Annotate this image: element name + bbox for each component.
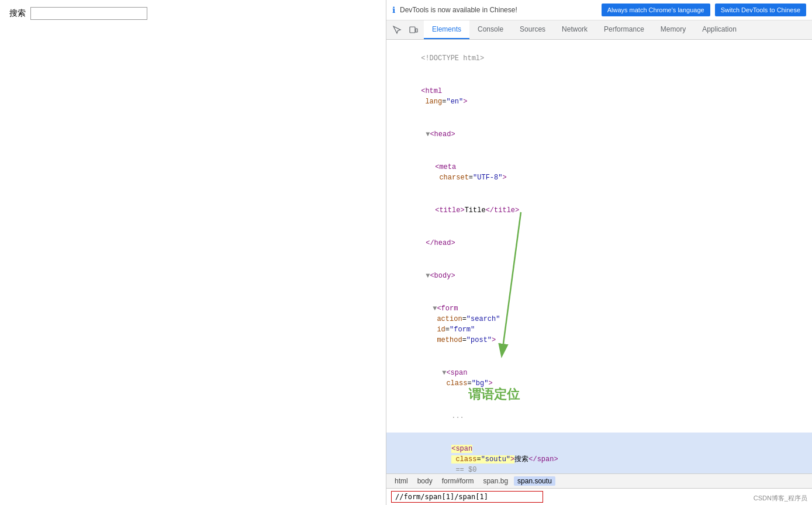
notification-bar: ℹ DevTools is now available in Chinese! … — [386, 0, 812, 20]
search-input[interactable] — [30, 7, 147, 20]
dom-line[interactable]: <meta charset="UTF-8"> — [386, 151, 812, 194]
tab-console[interactable]: Console — [469, 20, 512, 39]
breadcrumb-html[interactable]: html — [391, 476, 412, 486]
inspect-icon[interactable] — [390, 22, 404, 38]
dom-line[interactable]: <title>Title</title> — [386, 194, 812, 227]
page-area: 搜索 — [0, 0, 386, 505]
dom-line[interactable]: ▼<head> — [386, 118, 812, 151]
csdn-watermark: CSDN博客_程序员 — [754, 494, 807, 503]
xpath-bar: CSDN博客_程序员 — [386, 488, 812, 505]
tab-performance[interactable]: Performance — [596, 20, 652, 39]
dom-line[interactable]: ▼<body> — [386, 260, 812, 292]
match-language-button[interactable]: Always match Chrome's language — [602, 4, 710, 16]
breadcrumb-span-bg[interactable]: span.bg — [479, 476, 512, 486]
tab-memory[interactable]: Memory — [652, 20, 694, 39]
search-row: 搜索 — [0, 0, 386, 27]
xpath-input[interactable] — [391, 491, 543, 503]
dom-viewer[interactable]: <!DOCTYPE html> <html lang="en"> ▼<head>… — [386, 40, 812, 473]
dom-line[interactable]: <html lang="en"> — [386, 75, 812, 118]
notification-text: DevTools is now available in Chinese! — [400, 6, 597, 14]
svg-rect-0 — [410, 27, 415, 33]
tabs-bar: Elements Console Sources Network Perform… — [386, 20, 812, 40]
switch-devtools-button[interactable]: Switch DevTools to Chinese — [715, 4, 806, 16]
search-label: 搜索 — [9, 8, 26, 19]
tab-network[interactable]: Network — [554, 20, 596, 39]
dom-line[interactable]: ▼<form action="search" id="form" method=… — [386, 292, 812, 357]
breadcrumb-bar: html body form#form span.bg span.soutu — [386, 473, 812, 488]
dom-line-dots[interactable]: ... — [386, 400, 812, 433]
tab-application[interactable]: Application — [694, 20, 745, 39]
device-toolbar-icon[interactable] — [406, 22, 420, 38]
dom-line[interactable]: ▼<span class="bg"> — [386, 357, 812, 400]
breadcrumb-form[interactable]: form#form — [438, 476, 478, 486]
svg-rect-1 — [416, 29, 417, 32]
dom-line[interactable]: <!DOCTYPE html> — [386, 42, 812, 75]
breadcrumb-span-soutu[interactable]: span.soutu — [514, 476, 555, 486]
tab-sources[interactable]: Sources — [512, 20, 554, 39]
tab-icons — [386, 22, 424, 38]
breadcrumb-body[interactable]: body — [414, 476, 436, 486]
dom-line-selected[interactable]: <span class="soutu">搜索</span> == $0 — [386, 433, 812, 473]
devtools-panel: ℹ DevTools is now available in Chinese! … — [386, 0, 812, 505]
tab-elements[interactable]: Elements — [424, 20, 469, 39]
info-icon: ℹ — [392, 5, 395, 15]
dom-line[interactable]: </head> — [386, 227, 812, 260]
